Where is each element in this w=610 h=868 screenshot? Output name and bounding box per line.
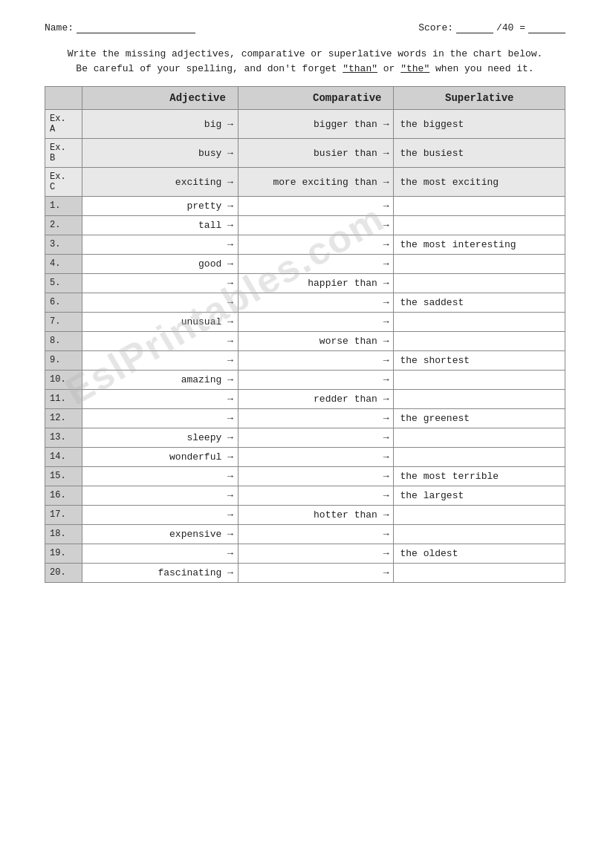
- cell-comp-ex2: more exciting than →: [238, 168, 394, 197]
- cell-sup-6: the saddest: [394, 293, 565, 313]
- example-row: Ex. C exciting → more exciting than → th…: [45, 168, 565, 197]
- row-num-11: 11.: [45, 390, 82, 409]
- table-row: 9. → → the shortest: [45, 351, 565, 371]
- row-num-16: 16.: [45, 486, 82, 506]
- cell-sup-11: [394, 390, 565, 409]
- table-row: 15. → → the most terrible: [45, 467, 565, 486]
- cell-comp-17: hotter than →: [238, 506, 394, 525]
- table-row: 16. → → the largest: [45, 486, 565, 506]
- row-num-19: 19.: [45, 544, 82, 564]
- cell-sup-ex1: the busiest: [394, 139, 565, 168]
- row-label-ex0: Ex. A: [45, 110, 82, 139]
- table-row: 6. → → the saddest: [45, 293, 565, 313]
- table-header-row: Adjective Comparative Superlative: [45, 87, 565, 110]
- cell-comp-12: →: [238, 409, 394, 428]
- cell-sup-14: [394, 448, 565, 467]
- cell-adj-2: tall →: [82, 216, 239, 235]
- table-row: 2. tall → →: [45, 216, 565, 235]
- cell-sup-8: [394, 332, 565, 351]
- header: Name: Score: /40 =: [45, 22, 565, 33]
- table-row: 14. wonderful → →: [45, 448, 565, 467]
- table-row: 19. → → the oldest: [45, 544, 565, 564]
- cell-comp-9: →: [238, 351, 394, 371]
- cell-comp-1: →: [238, 197, 394, 216]
- cell-sup-9: the shortest: [394, 351, 565, 371]
- cell-adj-6: →: [82, 293, 239, 313]
- row-num-18: 18.: [45, 525, 82, 544]
- cell-adj-13: sleepy →: [82, 428, 239, 448]
- row-num-14: 14.: [45, 448, 82, 467]
- cell-adj-4: good →: [82, 255, 239, 274]
- cell-sup-16: the largest: [394, 486, 565, 506]
- score-label: Score:: [418, 22, 453, 33]
- cell-comp-10: →: [238, 371, 394, 390]
- table-row: 5. → happier than →: [45, 274, 565, 293]
- cell-adj-17: →: [82, 506, 239, 525]
- row-num-2: 2.: [45, 216, 82, 235]
- cell-sup-10: [394, 371, 565, 390]
- row-num-6: 6.: [45, 293, 82, 313]
- cell-adj-ex0: big →: [82, 110, 239, 139]
- table-row: 1. pretty → →: [45, 197, 565, 216]
- col-header-comparative: Comparative: [238, 87, 394, 110]
- cell-comp-2: →: [238, 216, 394, 235]
- cell-adj-12: →: [82, 409, 239, 428]
- cell-adj-8: →: [82, 332, 239, 351]
- cell-sup-19: the oldest: [394, 544, 565, 564]
- example-row: Ex. A big → bigger than → the biggest: [45, 110, 565, 139]
- cell-sup-15: the most terrible: [394, 467, 565, 486]
- cell-comp-16: →: [238, 486, 394, 506]
- cell-comp-ex0: bigger than →: [238, 110, 394, 139]
- cell-sup-3: the most interesting: [394, 235, 565, 255]
- table-row: 20. fascinating → →: [45, 564, 565, 583]
- row-num-5: 5.: [45, 274, 82, 293]
- cell-comp-7: →: [238, 313, 394, 332]
- instruction-line1: Write the missing adjectives, comparativ…: [45, 47, 565, 62]
- row-num-3: 3.: [45, 235, 82, 255]
- row-num-20: 20.: [45, 564, 82, 583]
- table-row: 10. amazing → →: [45, 371, 565, 390]
- cell-comp-11: redder than →: [238, 390, 394, 409]
- score-total: [528, 23, 565, 33]
- table-row: 8. → worse than →: [45, 332, 565, 351]
- cell-sup-2: [394, 216, 565, 235]
- cell-adj-14: wonderful →: [82, 448, 239, 467]
- table-row: 4. good → →: [45, 255, 565, 274]
- cell-comp-13: →: [238, 428, 394, 448]
- row-num-7: 7.: [45, 313, 82, 332]
- cell-adj-9: →: [82, 351, 239, 371]
- col-header-superlative: Superlative: [394, 87, 565, 110]
- cell-adj-3: →: [82, 235, 239, 255]
- cell-comp-4: →: [238, 255, 394, 274]
- cell-comp-19: →: [238, 544, 394, 564]
- name-underline: [77, 23, 195, 33]
- row-num-15: 15.: [45, 467, 82, 486]
- table-row: 18. expensive → →: [45, 525, 565, 544]
- instructions: Write the missing adjectives, comparativ…: [45, 47, 565, 76]
- cell-sup-4: [394, 255, 565, 274]
- row-num-10: 10.: [45, 371, 82, 390]
- cell-adj-15: →: [82, 467, 239, 486]
- row-num-8: 8.: [45, 332, 82, 351]
- row-num-13: 13.: [45, 428, 82, 448]
- table-row: 13. sleepy → →: [45, 428, 565, 448]
- cell-sup-1: [394, 197, 565, 216]
- cell-adj-5: →: [82, 274, 239, 293]
- row-label-ex2: Ex. C: [45, 168, 82, 197]
- instruction-line2: Be careful of your spelling, and don't f…: [45, 62, 565, 76]
- cell-sup-17: [394, 506, 565, 525]
- cell-adj-10: amazing →: [82, 371, 239, 390]
- cell-comp-14: →: [238, 448, 394, 467]
- the-word: "the": [400, 63, 429, 74]
- name-label: Name:: [45, 22, 74, 33]
- cell-comp-6: →: [238, 293, 394, 313]
- cell-comp-5: happier than →: [238, 274, 394, 293]
- table-row: 12. → → the greenest: [45, 409, 565, 428]
- cell-adj-ex2: exciting →: [82, 168, 239, 197]
- score-value: [456, 23, 493, 33]
- score-field: Score: /40 =: [418, 22, 565, 33]
- cell-adj-16: →: [82, 486, 239, 506]
- cell-sup-13: [394, 428, 565, 448]
- col-header-num: [45, 87, 82, 110]
- adjectives-table: Adjective Comparative Superlative Ex. A …: [45, 86, 565, 583]
